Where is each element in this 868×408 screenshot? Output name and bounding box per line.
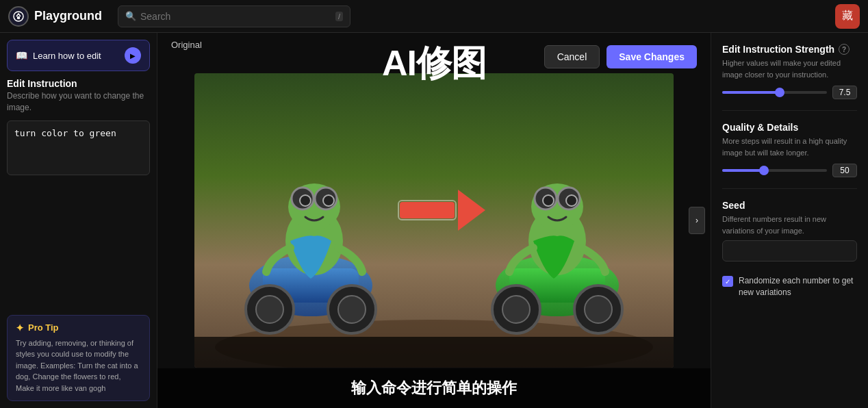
seed-title: Seed [722,200,857,211]
center-area: AI修图 Cancel Save Changes Original [157,33,711,408]
seed-input[interactable] [722,240,857,262]
edit-instruction-sub: Describe how you want to change the imag… [7,90,150,114]
svg-point-24 [585,296,612,323]
quality-slider-row: 50 [722,164,857,177]
strength-desc: Higher values will make your edited imag… [722,58,857,80]
logo-icon [8,6,29,27]
svg-point-29 [543,195,554,206]
learn-btn-label: Learn how to edit [33,51,101,61]
book-icon: 📖 [16,50,27,61]
randomize-checkbox[interactable]: ✓ [722,276,733,287]
strength-slider-row: 7.5 [722,86,857,99]
center-title: AI修图 [382,40,486,88]
pro-tip-card: ✦ Pro Tip Try adding, removing, or think… [7,315,150,402]
star-icon: ✦ [16,322,24,333]
quality-desc: More steps will result in a high quality… [722,136,857,158]
search-input[interactable] [140,11,331,22]
topnav: Playground 🔍 / 藏 [0,0,868,33]
play-icon: ▶ [125,47,141,64]
svg-point-30 [566,195,577,206]
svg-rect-31 [194,337,674,368]
edit-instruction-section: Edit Instruction Describe how you want t… [7,78,150,114]
seed-desc: Different numbers result in new variatio… [722,214,857,236]
right-panel: Edit Instruction Strength ? Higher value… [711,33,868,408]
svg-point-15 [323,195,334,206]
quality-slider-fill [722,169,764,172]
strength-title: Edit Instruction Strength ? [722,44,857,55]
save-changes-button[interactable]: Save Changes [607,45,697,68]
scroll-right-button[interactable]: › [689,207,705,234]
edit-instruction-title: Edit Instruction [7,78,150,89]
learn-btn-left: 📖 Learn how to edit [16,50,101,61]
randomize-label: Randomize each number to get new variati… [739,275,857,298]
learn-how-to-edit-button[interactable]: 📖 Learn how to edit ▶ [7,40,150,71]
pro-tip-header: ✦ Pro Tip [16,322,141,333]
left-panel: 📖 Learn how to edit ▶ Edit Instruction D… [0,33,157,408]
svg-point-7 [256,296,283,323]
search-icon: 🔍 [125,11,136,21]
quality-title: Quality & Details [722,122,857,133]
quality-section: Quality & Details More steps will result… [722,122,857,177]
pro-tip-label: Pro Tip [28,322,59,333]
frog-scene-image [194,73,674,368]
randomize-row: ✓ Randomize each number to get new varia… [722,275,857,298]
svg-rect-16 [400,202,455,218]
action-buttons: Cancel Save Changes [544,45,697,68]
logo-text: Playground [34,9,102,23]
strength-info-icon[interactable]: ? [839,44,850,55]
quality-slider-track[interactable] [722,169,827,172]
logo-area: Playground [8,6,118,27]
strength-slider-track[interactable] [722,91,827,94]
strength-slider-value: 7.5 [832,86,857,99]
svg-point-14 [300,195,311,206]
strength-slider-fill [722,91,780,94]
quality-slider-value: 50 [832,164,857,177]
avatar-btn[interactable]: 藏 [835,4,860,29]
spacer [7,182,150,308]
cancel-button[interactable]: Cancel [544,45,600,68]
divider-2 [722,188,857,189]
bottom-subtitle: 输入命令进行简单的操作 [157,368,711,408]
divider-1 [722,110,857,111]
strength-section: Edit Instruction Strength ? Higher value… [722,44,857,99]
pro-tip-text: Try adding, removing, or thinking of sty… [16,337,141,394]
search-bar[interactable]: 🔍 / [118,5,350,27]
quality-slider-thumb[interactable] [759,166,769,175]
svg-rect-1 [17,16,20,19]
main-area: 📖 Learn how to edit ▶ Edit Instruction D… [0,33,868,408]
svg-point-22 [502,296,530,323]
seed-section: Seed Different numbers result in new var… [722,200,857,262]
strength-slider-thumb[interactable] [775,88,784,97]
svg-point-9 [338,296,366,323]
instruction-textarea[interactable]: turn color to green [7,120,150,175]
kbd-slash: / [335,12,343,21]
